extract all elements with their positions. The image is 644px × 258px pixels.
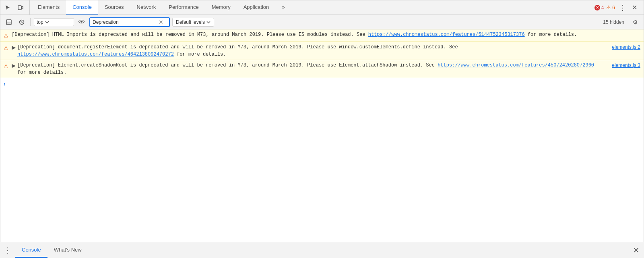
tab-network[interactable]: Network (130, 0, 163, 15)
close-devtools-icon[interactable]: ✕ (630, 4, 639, 11)
svg-rect-0 (18, 6, 21, 10)
toolbar-divider (30, 18, 31, 26)
clear-filter-icon[interactable]: ✕ (159, 19, 163, 25)
device-toggle-icon[interactable] (15, 2, 26, 13)
show-drawer-icon[interactable] (4, 17, 14, 27)
tab-memory[interactable]: Memory (205, 0, 237, 15)
levels-chevron-icon (206, 21, 211, 23)
bottom-tab-whats-new[interactable]: What's New (47, 242, 88, 258)
settings-icon[interactable]: ⚙ (630, 17, 640, 27)
expand-icon-3[interactable]: ▶ (12, 62, 16, 70)
prompt-line: › (0, 78, 644, 89)
svg-rect-1 (21, 6, 23, 9)
error-icon: ✕ (594, 5, 600, 10)
warn-badge[interactable]: ⚠ 6 (606, 4, 615, 10)
log-text-1: [Deprecation] HTML Imports is deprecated… (12, 31, 640, 38)
log-source-3[interactable]: elements.js:3 (612, 62, 640, 69)
chevron-down-icon (45, 21, 49, 23)
devtools-icons (2, 0, 30, 15)
bottom-bar-menu-icon[interactable]: ⋮ (0, 242, 15, 258)
svg-line-5 (21, 21, 23, 23)
more-options-icon[interactable]: ⋮ (617, 3, 628, 12)
log-text-3: [Deprecation] Element.createShadowRoot i… (17, 62, 605, 76)
tab-application[interactable]: Application (237, 0, 276, 15)
warn-icon-1: ⚠ (4, 32, 8, 40)
expand-icon-2[interactable]: ▶ (12, 44, 16, 52)
log-levels-button[interactable]: Default levels (172, 18, 214, 27)
close-drawer-icon[interactable]: ✕ (628, 242, 644, 258)
tab-bar-right: ✕ 4 ⚠ 6 ⋮ ✕ (591, 0, 642, 15)
bottom-bar: ⋮ Console What's New ✕ (0, 242, 644, 258)
warn-icon-3: ⚠ (4, 62, 8, 71)
filter-input-wrap: ✕ (89, 17, 170, 27)
log-entry-3: ⚠ ▶ [Deprecation] Element.createShadowRo… (0, 60, 644, 78)
svg-rect-2 (6, 20, 11, 25)
tab-sources[interactable]: Sources (98, 0, 130, 15)
context-selector[interactable]: top (34, 18, 74, 26)
log-link-2[interactable]: https://www.chromestatus.com/features/46… (17, 52, 174, 57)
warn-icon-2: ⚠ (4, 44, 8, 52)
log-link-1[interactable]: https://www.chromestatus.com/features/51… (368, 32, 525, 37)
tab-bar: Elements Console Sources Network Perform… (0, 0, 644, 15)
log-text-2: [Deprecation] document.registerElement i… (17, 44, 605, 58)
eye-icon[interactable]: 👁 (76, 17, 87, 27)
console-toolbar: top 👁 ✕ Default levels 15 hidden ⚙ (0, 15, 644, 29)
prompt-chevron-icon: › (4, 81, 6, 87)
clear-console-icon[interactable] (17, 17, 27, 27)
warn-icon: ⚠ (606, 4, 611, 10)
cursor-icon[interactable] (2, 2, 13, 13)
console-area: ⚠ [Deprecation] HTML Imports is deprecat… (0, 29, 644, 242)
hidden-count-label: 15 hidden (603, 19, 627, 25)
log-source-2[interactable]: elements.js:2 (612, 44, 640, 51)
filter-input[interactable] (93, 19, 157, 25)
bottom-tab-console[interactable]: Console (15, 242, 47, 258)
main-tabs: Elements Console Sources Network Perform… (31, 0, 591, 15)
tab-elements[interactable]: Elements (31, 0, 66, 15)
tab-more[interactable]: » (275, 0, 291, 15)
log-entry-2: ⚠ ▶ [Deprecation] document.registerEleme… (0, 42, 644, 60)
log-entry-1: ⚠ [Deprecation] HTML Imports is deprecat… (0, 29, 644, 42)
error-badge[interactable]: ✕ 4 (594, 5, 604, 10)
tab-performance[interactable]: Performance (162, 0, 205, 15)
log-link-3[interactable]: https://www.chromestatus.com/features/45… (438, 62, 594, 68)
tab-console[interactable]: Console (66, 0, 98, 15)
